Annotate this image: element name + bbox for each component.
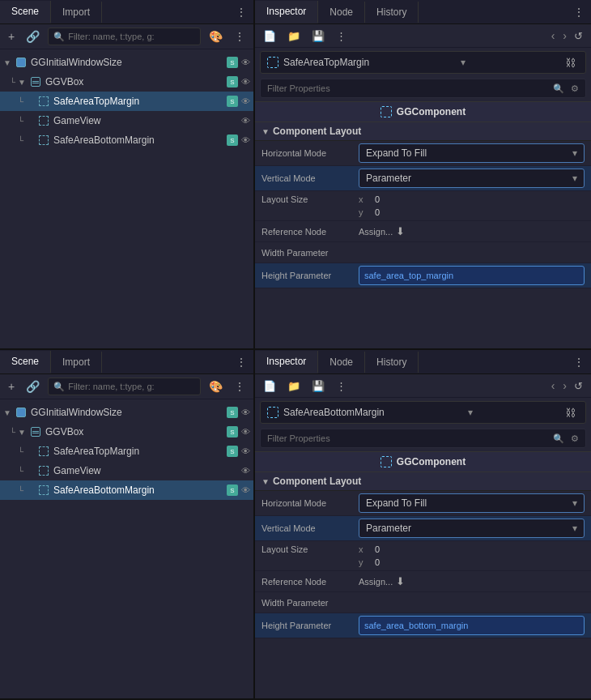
node-link-btn-bottom[interactable]: ⛓	[562, 405, 579, 420]
tab-node-top[interactable]: Node	[318, 2, 365, 23]
nav-forward-bottom[interactable]: ›	[559, 378, 571, 394]
nav-back-bottom[interactable]: ‹	[547, 378, 559, 394]
tree-item-gameView-bottom[interactable]: └ GameView 👁	[0, 461, 253, 480]
tree-item-safeAreaBottomMargin-top[interactable]: └ SafeAreaBottomMargin S 👁	[0, 130, 253, 150]
filter-options-icon-top[interactable]: ⚙	[571, 83, 579, 94]
filter-properties-input-top[interactable]	[267, 83, 553, 93]
node-dropdown-arrow-top[interactable]: ▾	[461, 57, 466, 68]
tab-import-bottom[interactable]: Import	[51, 352, 102, 373]
layout-size-label-top: Layout Size	[261, 194, 359, 204]
x-label-top: x	[359, 194, 375, 204]
tab-scene-top[interactable]: Scene	[0, 1, 51, 23]
assign-btn-top[interactable]: Assign... ⬇	[359, 225, 405, 237]
add-node-button-top[interactable]: +	[5, 28, 18, 45]
more-btn-top[interactable]: ⋮	[231, 28, 249, 45]
inspect-btn2-bottom[interactable]: 📁	[284, 378, 304, 394]
item-icons-safe-top: S 👁	[227, 96, 250, 107]
node-icon-safe-bottom	[37, 445, 50, 458]
vis-icon-safe-top[interactable]: 👁	[241, 96, 250, 106]
horizontal-mode-value-top: Expand To Fill	[366, 147, 427, 159]
scene-menu-icon-top[interactable]: ⋮	[229, 6, 253, 19]
assign-btn-bottom[interactable]: Assign... ⬇	[359, 575, 405, 587]
tree-item-safeAreaTopMargin-top[interactable]: └ SafeAreaTopMargin S 👁	[0, 92, 253, 111]
link-button-top[interactable]: 🔗	[23, 28, 43, 45]
vertical-mode-dropdown-top[interactable]: Parameter ▾	[359, 169, 585, 188]
comp-icon-top	[267, 57, 278, 68]
scene-tab-bar-bottom: Scene Import ⋮	[0, 350, 253, 374]
arrow-ggInitialWindowSize-bottom[interactable]: ▼	[3, 408, 15, 417]
vertical-mode-label-top: Vertical Mode	[261, 173, 359, 183]
section-header-top[interactable]: ▼ Component Layout	[255, 122, 591, 141]
tab-inspector-top[interactable]: Inspector	[255, 1, 318, 23]
filter-options-icon-bottom[interactable]: ⚙	[571, 433, 579, 444]
inspect-btn3-bottom[interactable]: 💾	[308, 378, 328, 394]
vis-icon-top[interactable]: 👁	[241, 58, 250, 67]
horizontal-mode-dropdown-bottom[interactable]: Expand To Fill ▾	[359, 493, 585, 513]
height-param-input-top[interactable]	[359, 266, 585, 285]
tree-item-safeAreaTopMargin-bottom[interactable]: └ SafeAreaTopMargin S 👁	[0, 442, 253, 461]
tree-item-ggInitialWindowSize-bottom[interactable]: ▼ GGInitialWindowSize S 👁	[0, 403, 253, 422]
vertical-mode-dropdown-bottom[interactable]: Parameter ▾	[359, 519, 585, 538]
tab-history-bottom[interactable]: History	[365, 352, 419, 373]
node-selector-top[interactable]: SafeAreaTopMargin ▾ ⛓	[260, 51, 586, 74]
tree-item-safeAreaBottomMargin-bottom[interactable]: └ SafeAreaBottomMargin S 👁	[0, 480, 253, 500]
inspector-menu-icon-top[interactable]: ⋮	[567, 6, 591, 19]
inspect-btn1-bottom[interactable]: 📄	[260, 378, 279, 394]
node-selector-bottom[interactable]: SafeAreaBottomMargin ▾ ⛓	[260, 401, 586, 424]
vis-icon-b1[interactable]: 👁	[241, 408, 250, 417]
ctrl-icon-safe-bottom	[39, 446, 49, 456]
vis-icon-gameView-bottom[interactable]: 👁	[241, 466, 250, 476]
tab-inspector-bottom[interactable]: Inspector	[255, 351, 318, 373]
nav-forward-top[interactable]: ›	[559, 28, 571, 44]
tab-history-top[interactable]: History	[365, 2, 419, 23]
more-btn-bottom[interactable]: ⋮	[231, 378, 249, 395]
tab-node-bottom[interactable]: Node	[318, 352, 365, 373]
search-bar-top: 🔍	[48, 28, 201, 45]
height-param-input-bottom[interactable]	[359, 616, 585, 635]
vis-icon-safeAreaBottom-top[interactable]: 👁	[241, 135, 250, 145]
vis-icon-safeAreaBottom-bottom[interactable]: 👁	[241, 485, 250, 495]
tree-item-ggvbox-top[interactable]: └ ▼ GGVBox S 👁	[0, 72, 253, 92]
tab-scene-bottom[interactable]: Scene	[0, 351, 51, 373]
section-header-bottom[interactable]: ▼ Component Layout	[255, 472, 591, 491]
tree-item-gameView-top[interactable]: └ GameView 👁	[0, 111, 253, 130]
inspector-menu-icon-bottom[interactable]: ⋮	[567, 356, 591, 369]
component-title-bottom: GGComponent	[397, 456, 466, 467]
tab-import-top[interactable]: Import	[51, 2, 102, 23]
vis-icon-gameView-top[interactable]: 👁	[241, 116, 250, 126]
inspect-btn3-top[interactable]: 💾	[308, 28, 328, 44]
filter-btn-top[interactable]: 🎨	[206, 28, 226, 45]
tree-item-ggInitialWindowSize-top[interactable]: ▼ GGInitialWindowSize S 👁	[0, 53, 253, 72]
width-param-label-top: Width Parameter	[261, 248, 359, 258]
arrow-ggvbox-bottom[interactable]: ▼	[18, 428, 29, 437]
node-dropdown-arrow-bottom[interactable]: ▾	[468, 407, 473, 418]
nav-back-top[interactable]: ‹	[547, 28, 559, 44]
filter-properties-input-bottom[interactable]	[267, 433, 553, 443]
horizontal-mode-dropdown-top[interactable]: Expand To Fill ▾	[359, 143, 585, 163]
add-node-button-bottom[interactable]: +	[5, 378, 18, 395]
link-button-bottom[interactable]: 🔗	[23, 378, 43, 395]
arrow-ggInitialWindowSize-top[interactable]: ▼	[3, 58, 15, 67]
inspect-btn4-bottom[interactable]: ⋮	[333, 378, 350, 394]
filter-btn-bottom[interactable]: 🎨	[206, 378, 226, 395]
connector4-top: └	[18, 136, 26, 145]
scene-menu-icon-bottom[interactable]: ⋮	[229, 356, 253, 369]
item-icons-gameView-bottom: 👁	[241, 466, 250, 476]
selected-node-label-top: SafeAreaTopMargin	[283, 57, 369, 68]
search-input-top[interactable]	[68, 32, 195, 41]
inspect-btn1-top[interactable]: 📄	[260, 28, 279, 44]
connector-top: └	[10, 78, 18, 87]
vis-icon-vbox-top[interactable]: 👁	[241, 77, 250, 87]
vbox-icon	[31, 77, 40, 87]
search-input-bottom[interactable]	[68, 382, 195, 391]
item-icons-ggvbox-top: S 👁	[227, 76, 250, 88]
inspect-btn4-top[interactable]: ⋮	[333, 28, 350, 44]
vis-icon-safe-bottom[interactable]: 👁	[241, 446, 250, 456]
vis-icon-vbox-bottom[interactable]: 👁	[241, 427, 250, 437]
history-btn-top[interactable]: ↺	[571, 28, 586, 44]
history-btn-bottom[interactable]: ↺	[571, 378, 586, 394]
inspect-btn2-top[interactable]: 📁	[284, 28, 304, 44]
node-link-btn-top[interactable]: ⛓	[562, 55, 579, 70]
tree-item-ggvbox-bottom[interactable]: └ ▼ GGVBox S 👁	[0, 422, 253, 442]
arrow-ggvbox-top[interactable]: ▼	[18, 78, 29, 87]
